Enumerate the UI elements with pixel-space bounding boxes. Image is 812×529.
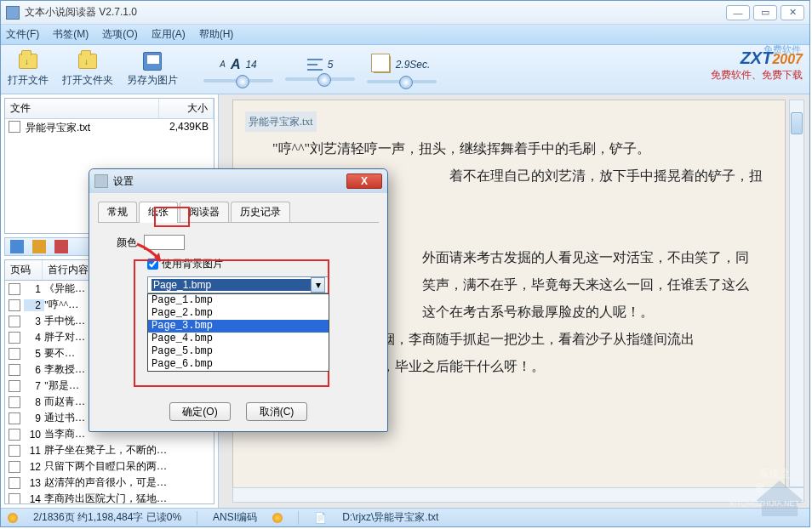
page-icon	[9, 364, 20, 376]
use-bg-checkbox[interactable]	[147, 259, 158, 270]
status-path: D:\rjxz\异能寻宝家.txt	[342, 510, 438, 525]
page-row[interactable]: 14李商跨出医院大门，猛地…	[5, 491, 214, 504]
watermark: ·系统之家 XITONGZHIJIA.NET	[755, 479, 804, 518]
page-row[interactable]: 13赵清萍的声音很小，可是…	[5, 475, 214, 491]
use-bg-label: 使用背景图片	[162, 257, 223, 271]
combo-dropdown-button[interactable]: ▾	[311, 277, 325, 293]
toolbar: 免费软件 ↓ 打开文件 ↓ 打开文件夹 另存为图片 AA14 5 2.9Sec.…	[1, 45, 809, 94]
close-window-button[interactable]: ✕	[781, 5, 804, 20]
page-row[interactable]: 11胖子坐在凳子上，不断的…	[5, 442, 214, 458]
tool-delete-icon[interactable]	[54, 240, 68, 253]
scroll-thumb[interactable]	[791, 112, 803, 134]
vertical-scrollbar[interactable]	[789, 100, 804, 487]
dialog-tabs: 常规 纸张 阅读器 历史记录	[98, 202, 379, 223]
page-icon	[9, 493, 20, 505]
combo-dropdown[interactable]: Page_1.bmpPage_2.bmpPage_3.bmpPage_4.bmp…	[147, 293, 329, 372]
page-row[interactable]: 12只留下两个目瞪口呆的两…	[5, 458, 214, 475]
tab-history[interactable]: 历史记录	[231, 202, 290, 222]
font-large-icon: A	[231, 57, 241, 72]
folder-icon: ↓	[19, 54, 37, 69]
status-encoding: ANSI编码	[213, 510, 257, 525]
file-icon	[9, 121, 20, 133]
status-dot2-icon	[272, 513, 283, 523]
speed-slider[interactable]	[367, 80, 437, 83]
minimize-button[interactable]: —	[726, 5, 750, 20]
page-icon	[9, 299, 20, 311]
settings-dialog: 设置 X 常规 纸张 阅读器 历史记录 颜色 使用背景图片 Page_1.bmp…	[89, 168, 388, 432]
font-size-slider[interactable]	[203, 79, 273, 82]
font-small-icon: A	[220, 60, 226, 69]
page-icon	[9, 396, 20, 408]
paper-filepath: 异能寻宝家.txt	[245, 111, 317, 132]
combo-option[interactable]: Page_5.bmp	[148, 345, 329, 358]
speed-control: 2.9Sec.	[367, 56, 437, 83]
bg-image-combo[interactable]: Page_1.bmp ▾ Page_1.bmpPage_2.bmpPage_3.…	[147, 276, 329, 293]
file-row[interactable]: 异能寻宝家.txt2,439KB	[5, 119, 214, 137]
tab-paper[interactable]: 纸张	[139, 202, 178, 222]
paragraph-control: 5	[285, 59, 355, 81]
color-label: 颜色	[117, 236, 137, 250]
menu-options[interactable]: 选项(O)	[102, 27, 137, 42]
save-icon	[143, 52, 162, 71]
open-file-button[interactable]: ↓ 打开文件	[8, 51, 49, 88]
menu-app[interactable]: 应用(A)	[152, 27, 186, 42]
cancel-button[interactable]: 取消(C)	[246, 402, 307, 421]
menu-help[interactable]: 帮助(H)	[199, 27, 234, 42]
menu-file[interactable]: 文件(F)	[6, 27, 39, 42]
paper-line: "哼^^"刘艺清轻哼一声，扭头，继续挥舞着手中的毛刷，铲子。	[245, 135, 773, 162]
status-dot-icon	[8, 513, 18, 523]
open-folder-button[interactable]: ↓ 打开文件夹	[62, 51, 113, 88]
maximize-button[interactable]: ▭	[753, 5, 777, 20]
combo-option[interactable]: Page_1.bmp	[148, 294, 329, 307]
pages-icon	[374, 56, 391, 73]
dialog-icon	[94, 174, 108, 188]
page-icon	[9, 445, 20, 457]
combo-option[interactable]: Page_2.bmp	[148, 307, 329, 320]
combo-selected: Page_1.bmp	[152, 279, 311, 291]
col-page[interactable]: 页码	[5, 260, 43, 280]
brand-logo: ZXT2007 免费软件、免费下载	[711, 48, 803, 82]
dialog-title: 设置	[113, 174, 134, 189]
app-icon	[6, 6, 20, 20]
color-swatch[interactable]	[144, 235, 185, 250]
tool-book-icon[interactable]	[10, 240, 24, 253]
page-icon	[9, 348, 20, 360]
ok-button[interactable]: 确定(O)	[169, 402, 231, 421]
font-size-control: AA14	[203, 57, 273, 82]
col-file[interactable]: 文件	[5, 99, 159, 118]
dialog-close-button[interactable]: X	[346, 173, 382, 189]
page-icon	[9, 429, 20, 441]
save-as-image-button[interactable]: 另存为图片	[127, 51, 178, 88]
page-icon	[9, 412, 20, 424]
tab-general[interactable]: 常规	[98, 202, 137, 222]
col-size[interactable]: 大小	[159, 99, 214, 118]
page-icon	[9, 477, 20, 489]
paragraph-slider[interactable]	[285, 77, 355, 81]
titlebar: 文本小说阅读器 V2.7.1.0 — ▭ ✕	[1, 1, 809, 25]
horizontal-scrollbar[interactable]	[232, 487, 804, 503]
combo-option[interactable]: Page_4.bmp	[148, 333, 329, 345]
page-icon	[9, 461, 20, 473]
folder-open-icon: ↓	[78, 54, 97, 69]
page-icon	[9, 283, 20, 295]
page-icon	[9, 316, 20, 327]
window-title: 文本小说阅读器 V2.7.1.0	[25, 5, 723, 20]
page-icon	[9, 332, 20, 344]
page-icon	[9, 380, 20, 392]
dialog-titlebar[interactable]: 设置 X	[89, 169, 387, 193]
paragraph-icon	[307, 59, 323, 71]
tab-reader[interactable]: 阅读器	[180, 202, 229, 222]
combo-option[interactable]: Page_3.bmp	[148, 320, 329, 333]
menu-bookmark[interactable]: 书签(M)	[53, 27, 89, 42]
status-pages: 2/1836页 约1,198,484字 已读0%	[33, 510, 181, 525]
combo-option[interactable]: Page_6.bmp	[148, 358, 329, 371]
tool-folder-icon[interactable]	[32, 240, 46, 253]
statusbar: 2/1836页 约1,198,484字 已读0% ANSI编码 📄 D:\rjx…	[1, 508, 809, 526]
menubar: 文件(F) 书签(M) 选项(O) 应用(A) 帮助(H)	[1, 25, 809, 45]
